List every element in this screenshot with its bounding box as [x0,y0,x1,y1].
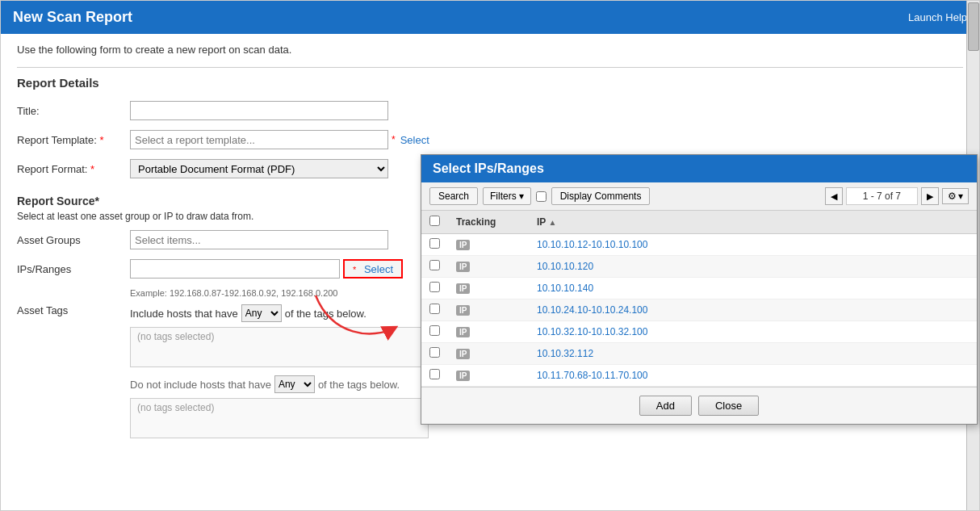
ip-link-3[interactable]: 10.10.10.140 [537,283,593,294]
page-title: New Scan Report [13,9,132,26]
template-input[interactable] [130,130,388,149]
ip-link-6[interactable]: 10.10.32.112 [537,348,593,359]
select-all-checkbox[interactable] [429,216,440,226]
row-checkbox-cell [421,343,448,365]
ip-link-4[interactable]: 10.10.24.10-10.10.24.100 [537,304,647,316]
sort-arrow-icon: ▲ [548,218,556,227]
ips-input[interactable] [130,259,340,279]
row-ip-cell: 10.11.70.68-10.11.70.100 [529,365,977,387]
ip-link-7[interactable]: 10.11.70.68-10.11.70.100 [537,370,647,381]
row-tracking-cell: IP [448,365,529,387]
settings-button[interactable]: ⚙ ▾ [942,188,969,204]
exclude-tags-box: (no tags selected) [130,398,429,438]
ips-label: IPs/Ranges [17,263,130,275]
row-tracking-cell: IP [448,256,529,278]
row-tracking-cell: IP [448,234,529,256]
row-checkbox-5[interactable] [429,325,440,336]
title-row: Title: [17,101,963,120]
ip-link-5[interactable]: 10.10.32.10-10.10.32.100 [537,326,647,337]
modal-footer: Add Close [421,387,977,424]
page-header: New Scan Report Launch Help [1,1,979,34]
row-tracking-cell: IP [448,321,529,343]
ip-badge: IP [456,327,470,337]
modal-header: Select IPs/Ranges [421,155,977,182]
ips-select-link[interactable]: Select [364,263,393,275]
next-page-button[interactable]: ▶ [921,187,939,205]
template-label: Report Template: * [17,134,130,146]
ips-select-btn[interactable]: * Select [343,259,403,279]
table-row: IP 10.10.32.112 [421,343,977,365]
ip-link-2[interactable]: 10.10.10.120 [537,261,593,272]
row-checkbox-cell [421,234,448,256]
select-all-header [421,211,448,234]
table-row: IP 10.10.10.12-10.10.10.100 [421,234,977,256]
chevron-down-icon-settings: ▾ [958,191,963,202]
ips-table: Tracking IP ▲ IP 10.10.10.12-10.10.10.10… [421,211,977,387]
row-ip-cell: 10.10.32.10-10.10.32.100 [529,321,977,343]
table-row: IP 10.10.10.120 [421,256,977,278]
modal-toolbar: Search Filters ▾ Display Comments ◀ 1 - … [421,182,977,211]
ip-badge: IP [456,262,470,272]
row-checkbox-1[interactable] [429,238,440,249]
row-ip-cell: 10.10.10.140 [529,278,977,299]
report-details-title: Report Details [17,76,963,90]
include-tags-box: (no tags selected) [130,327,429,367]
row-checkbox-6[interactable] [429,347,440,358]
asset-tags-label: Asset Tags [17,304,130,316]
row-tracking-cell: IP [448,299,529,321]
prev-page-button[interactable]: ◀ [825,187,843,205]
do-not-any-select[interactable]: Any [274,375,315,393]
asset-groups-label: Asset Groups [17,234,130,246]
row-checkbox-cell [421,299,448,321]
display-comments-checkbox[interactable] [536,191,547,202]
row-checkbox-cell [421,278,448,299]
ip-badge: IP [456,371,470,381]
section-divider [17,67,963,68]
row-checkbox-3[interactable] [429,282,440,292]
pagination-area: ◀ 1 - 7 of 7 ▶ ⚙ ▾ [825,187,969,205]
table-row: IP 10.10.32.10-10.10.32.100 [421,321,977,343]
search-button[interactable]: Search [429,187,478,205]
row-ip-cell: 10.10.10.12-10.10.10.100 [529,234,977,256]
select-ips-modal: Select IPs/Ranges Search Filters ▾ Displ… [421,154,978,425]
row-tracking-cell: IP [448,343,529,365]
asset-groups-input[interactable] [130,230,388,249]
page-info: 1 - 7 of 7 [846,187,918,205]
table-row: IP 10.10.24.10-10.10.24.100 [421,299,977,321]
ip-header: IP ▲ [529,211,977,234]
filters-button[interactable]: Filters ▾ [483,187,531,205]
row-tracking-cell: IP [448,278,529,299]
include-any-select[interactable]: Any [241,304,282,322]
table-row: IP 10.11.70.68-10.11.70.100 [421,365,977,387]
ip-link-1[interactable]: 10.10.10.12-10.10.10.100 [537,239,647,250]
table-header-row: Tracking IP ▲ [421,211,977,234]
display-comments-button[interactable]: Display Comments [551,187,651,205]
ip-badge: IP [456,283,470,294]
ip-badge: IP [456,349,470,359]
row-ip-cell: 10.10.32.112 [529,343,977,365]
row-checkbox-cell [421,321,448,343]
title-label: Title: [17,105,130,117]
title-input[interactable] [130,101,388,120]
row-ip-cell: 10.10.24.10-10.10.24.100 [529,299,977,321]
intro-text: Use the following form to create a new r… [17,44,963,56]
chevron-down-icon: ▾ [519,191,524,202]
format-label: Report Format: * [17,163,130,175]
format-select[interactable]: Portable Document Format (PDF) HTML XML … [130,159,388,178]
table-row: IP 10.10.10.140 [421,278,977,299]
close-button[interactable]: Close [698,396,759,416]
tracking-header: Tracking [448,211,529,234]
scrollbar-thumb[interactable] [968,2,979,51]
ip-badge: IP [456,305,470,316]
template-row: Report Template: * * Select [17,130,963,149]
add-button[interactable]: Add [639,396,692,416]
gear-icon: ⚙ [948,191,957,202]
row-ip-cell: 10.10.10.120 [529,256,977,278]
launch-help-link[interactable]: Launch Help [908,11,967,23]
row-checkbox-2[interactable] [429,260,440,270]
template-select-link[interactable]: Select [400,134,429,146]
row-checkbox-4[interactable] [429,304,440,314]
row-checkbox-7[interactable] [429,369,440,379]
row-checkbox-cell [421,365,448,387]
row-checkbox-cell [421,256,448,278]
